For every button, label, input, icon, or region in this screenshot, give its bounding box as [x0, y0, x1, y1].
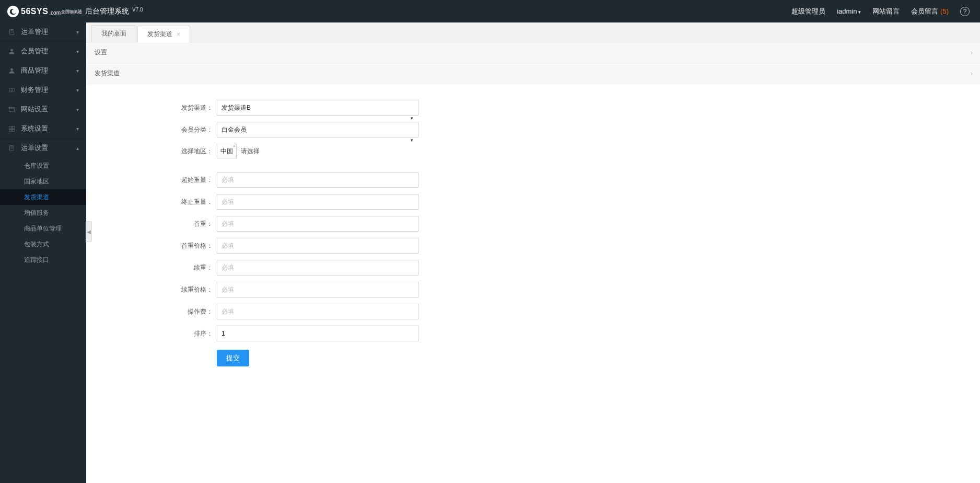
sidebar-item-label: 运单设置	[21, 143, 76, 153]
svg-rect-7	[9, 107, 15, 111]
sidebar-item-label: 商品管理	[21, 66, 76, 75]
start-weight-input[interactable]	[217, 172, 418, 188]
submit-button[interactable]: 提交	[217, 350, 249, 366]
sidebar-item-site-settings[interactable]: 网站设置 ▾	[0, 100, 86, 119]
logo-domain: .com	[49, 10, 61, 16]
sidebar-item-members[interactable]: 会员管理 ▾	[0, 42, 86, 61]
sidebar-item-finance[interactable]: 财务管理 ▾	[0, 80, 86, 100]
sidebar-item-label: 运单管理	[21, 27, 76, 37]
member-type-select[interactable]: 白金会员	[217, 122, 418, 137]
cont-price-label: 续重价格：	[159, 285, 217, 294]
window-icon	[8, 106, 16, 113]
user-icon	[8, 67, 16, 74]
cont-price-input[interactable]	[217, 282, 418, 297]
chevron-down-icon: ▾	[76, 49, 79, 54]
close-icon[interactable]: ×	[233, 144, 236, 148]
help-icon[interactable]: ?	[960, 7, 970, 16]
sidebar-sub-warehouse[interactable]: 仓库设置	[0, 158, 86, 174]
sidebar-sub-value-added[interactable]: 增值服务	[0, 205, 86, 221]
tab-label: 发货渠道	[147, 30, 172, 39]
chevron-down-icon: ▾	[76, 107, 79, 112]
svg-rect-5	[9, 88, 15, 92]
logo-text: 56SYS	[21, 7, 48, 16]
sidebar-sub-country[interactable]: 国家地区	[0, 174, 86, 189]
sidebar-item-label: 网站设置	[21, 105, 76, 114]
header-right: 超级管理员 iadmin▾ 网站留言 会员留言 (5) ?	[791, 7, 980, 16]
region-select-hint[interactable]: 请选择	[241, 147, 260, 156]
sidebar-sub-packing[interactable]: 包装方式	[0, 236, 86, 252]
grid-icon	[8, 125, 16, 132]
tab-desktop[interactable]: 我的桌面	[91, 25, 136, 42]
first-price-label: 首重价格：	[159, 242, 217, 250]
logo-subtitle: 全国物流通	[61, 10, 82, 14]
channel-select[interactable]: 发货渠道B	[217, 100, 418, 116]
sidebar-item-products[interactable]: 商品管理 ▾	[0, 61, 86, 80]
sidebar: 运单管理 ▾ 会员管理 ▾ 商品管理 ▾ 财务管理 ▾ 网站设置 ▾ 系统设置 …	[0, 22, 86, 483]
cont-weight-input[interactable]	[217, 260, 418, 275]
member-message-link[interactable]: 会员留言 (5)	[911, 7, 949, 16]
svg-rect-9	[9, 126, 11, 128]
svg-point-6	[11, 89, 13, 90]
sort-label: 排序：	[159, 329, 217, 338]
tab-bar: 我的桌面 发货渠道 ×	[86, 22, 980, 42]
sidebar-item-label: 会员管理	[21, 47, 76, 56]
channel-label: 发货渠道：	[159, 104, 217, 112]
sidebar-item-system-settings[interactable]: 系统设置 ▾	[0, 119, 86, 139]
region-label: 选择地区：	[159, 147, 217, 156]
chevron-up-icon: ▴	[76, 145, 79, 151]
svg-point-3	[10, 49, 13, 51]
money-icon	[8, 87, 16, 94]
sort-input[interactable]	[217, 326, 418, 341]
sidebar-collapse-handle[interactable]: ◀	[86, 221, 92, 242]
section-label: 发货渠道	[95, 69, 120, 78]
svg-rect-11	[9, 129, 11, 131]
user-icon	[8, 48, 16, 55]
main-area: ◀ 我的桌面 发货渠道 × 设置 › 发货渠道 › 发货渠道： 发货渠道B ▾ …	[86, 22, 980, 483]
op-fee-label: 操作费：	[159, 307, 217, 316]
sidebar-sub-product-unit[interactable]: 商品单位管理	[0, 221, 86, 236]
svg-rect-12	[12, 129, 14, 131]
section-settings[interactable]: 设置 ›	[86, 42, 980, 63]
op-fee-input[interactable]	[217, 304, 418, 319]
end-weight-input[interactable]	[217, 194, 418, 210]
chevron-down-icon: ▾	[411, 137, 413, 143]
version-label: V7.0	[132, 7, 143, 13]
member-message-count: (5)	[940, 7, 949, 15]
chevron-down-icon: ▾	[76, 29, 79, 35]
chevron-right-icon: ›	[971, 49, 973, 56]
form-area: 发货渠道： 发货渠道B ▾ 会员分类： 白金会员 ▾ 选择地区： 中国 × 请选…	[86, 84, 980, 366]
chevron-right-icon: ›	[971, 70, 973, 77]
chevron-down-icon: ▾	[76, 87, 79, 93]
first-weight-input[interactable]	[217, 216, 418, 232]
logo-area: 56SYS.com 全国物流通 后台管理系统 V7.0	[0, 6, 209, 17]
sidebar-sub-tracking[interactable]: 追踪接口	[0, 252, 86, 268]
sidebar-item-orders[interactable]: 运单管理 ▾	[0, 22, 86, 42]
chevron-down-icon: ▾	[411, 116, 413, 121]
role-label: 超级管理员	[791, 7, 825, 16]
region-tag-label: 中国	[220, 147, 233, 156]
region-tag[interactable]: 中国 ×	[217, 144, 237, 158]
user-name: iadmin	[837, 7, 857, 15]
section-shipping-channel[interactable]: 发货渠道 ›	[86, 63, 980, 84]
end-weight-label: 终止重量：	[159, 198, 217, 206]
member-type-label: 会员分类：	[159, 125, 217, 134]
chevron-down-icon: ▾	[858, 9, 861, 15]
tab-shipping-channel[interactable]: 发货渠道 ×	[137, 26, 190, 42]
section-label: 设置	[95, 48, 107, 57]
first-weight-label: 首重：	[159, 220, 217, 228]
sidebar-sub-shipping-channel[interactable]: 发货渠道	[0, 189, 86, 205]
site-message-link[interactable]: 网站留言	[872, 7, 900, 16]
user-dropdown[interactable]: iadmin▾	[837, 7, 861, 15]
sidebar-item-order-settings[interactable]: 运单设置 ▴	[0, 139, 86, 158]
svg-point-4	[10, 68, 13, 71]
member-message-label: 会员留言	[911, 7, 938, 15]
logo-icon	[7, 6, 19, 17]
start-weight-label: 超始重量：	[159, 176, 217, 185]
sidebar-item-label: 系统设置	[21, 124, 76, 133]
header-bar: 56SYS.com 全国物流通 后台管理系统 V7.0 超级管理员 iadmin…	[0, 0, 980, 22]
close-icon[interactable]: ×	[177, 31, 180, 38]
svg-rect-10	[12, 126, 14, 128]
first-price-input[interactable]	[217, 238, 418, 254]
chevron-down-icon: ▾	[76, 126, 79, 132]
chevron-down-icon: ▾	[76, 68, 79, 74]
